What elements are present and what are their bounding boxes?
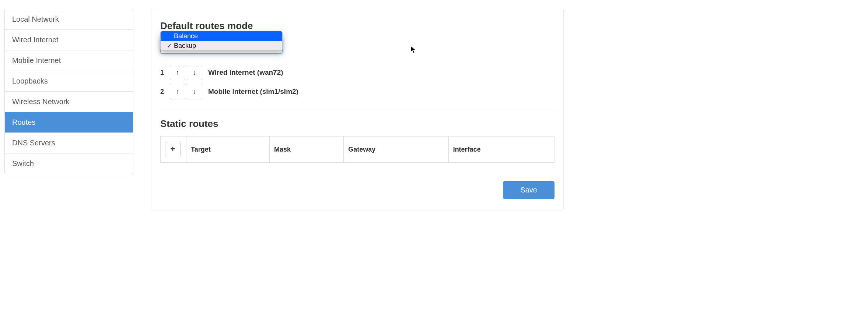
move-up-button[interactable]: ↑: [170, 84, 185, 99]
route-index: 1: [160, 69, 170, 77]
arrow-up-icon: ↑: [176, 88, 179, 95]
plus-icon: +: [171, 144, 175, 153]
sidebar-item-mobile-internet[interactable]: Mobile Internet: [5, 50, 133, 71]
sidebar-item-label: Mobile Internet: [12, 56, 61, 64]
route-index: 2: [160, 88, 170, 96]
section-divider: [160, 109, 554, 109]
route-row: 2 ↑ ↓ Mobile internet (sim1/sim2): [160, 84, 563, 99]
route-row: 1 ↑ ↓ Wired internet (wan72): [160, 65, 563, 80]
main-panel: Default routes mode Backup ▴ ▾ Balance ✓…: [151, 9, 564, 210]
sidebar-item-wireless-network[interactable]: Wireless Network: [5, 92, 133, 112]
save-button[interactable]: Save: [503, 181, 554, 199]
dropdown-option-label: Balance: [174, 32, 198, 40]
static-routes-table: + Target Mask Gateway Interface: [160, 136, 554, 163]
route-label: Wired internet (wan72): [208, 68, 283, 77]
mouse-cursor-icon: [411, 46, 417, 54]
dropdown-option-balance[interactable]: Balance: [161, 31, 282, 41]
add-column-header: +: [161, 137, 186, 163]
sidebar-item-switch[interactable]: Switch: [5, 153, 133, 174]
check-icon: ✓: [166, 42, 172, 49]
sidebar-item-wired-internet[interactable]: Wired Internet: [5, 30, 133, 50]
move-down-button[interactable]: ↓: [187, 65, 202, 80]
sidebar-item-dns-servers[interactable]: DNS Servers: [5, 133, 133, 153]
sidebar-item-label: DNS Servers: [12, 139, 55, 147]
table-header-row: + Target Mask Gateway Interface: [161, 137, 554, 163]
column-header-mask: Mask: [270, 137, 344, 163]
default-routes-list: 1 ↑ ↓ Wired internet (wan72) 2 ↑ ↓ Mobil…: [160, 65, 563, 99]
sidebar-item-loopbacks[interactable]: Loopbacks: [5, 71, 133, 92]
move-down-button[interactable]: ↓: [187, 84, 202, 99]
arrow-down-icon: ↓: [193, 88, 196, 95]
move-up-button[interactable]: ↑: [170, 65, 185, 80]
default-routes-mode-dropdown: Balance ✓ Backup: [160, 31, 283, 51]
sidebar: Local Network Wired Internet Mobile Inte…: [4, 9, 133, 174]
sidebar-item-label: Local Network: [12, 15, 59, 23]
sidebar-item-label: Routes: [12, 118, 35, 126]
arrow-down-icon: ↓: [193, 69, 196, 76]
default-routes-mode-title: Default routes mode: [160, 20, 563, 32]
column-header-target: Target: [186, 137, 270, 163]
dropdown-option-label: Backup: [174, 42, 196, 50]
column-header-gateway: Gateway: [344, 137, 448, 163]
route-label: Mobile internet (sim1/sim2): [208, 88, 298, 96]
sidebar-item-routes[interactable]: Routes: [5, 112, 133, 133]
sidebar-item-label: Wired Internet: [12, 36, 59, 44]
arrow-up-icon: ↑: [176, 69, 179, 76]
add-route-button[interactable]: +: [165, 142, 181, 157]
column-header-interface: Interface: [448, 137, 554, 163]
sidebar-item-label: Wireless Network: [12, 98, 70, 106]
sidebar-item-local-network[interactable]: Local Network: [5, 9, 133, 30]
static-routes-title: Static routes: [160, 118, 554, 130]
sidebar-item-label: Switch: [12, 159, 34, 167]
dropdown-option-backup[interactable]: ✓ Backup: [161, 41, 282, 50]
sidebar-item-label: Loopbacks: [12, 77, 48, 85]
